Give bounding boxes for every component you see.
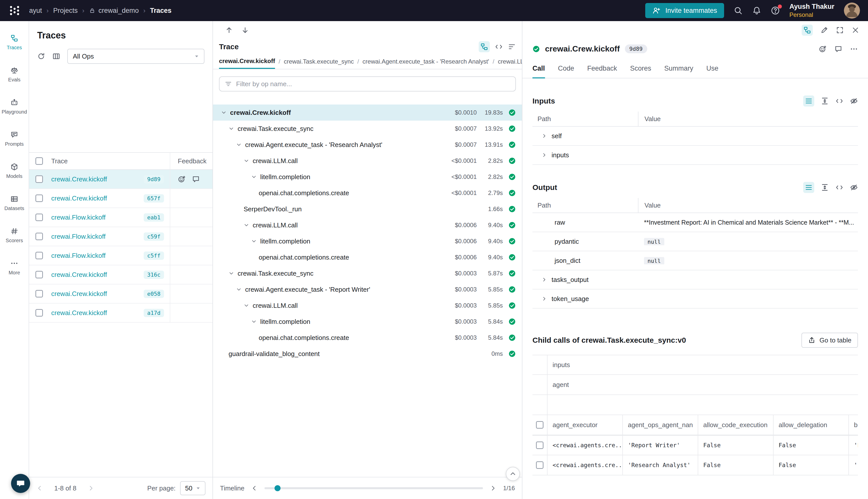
call-id-chip[interactable]: 9d89 <box>625 45 647 53</box>
row-checkbox[interactable] <box>35 194 43 202</box>
sidebar-item-evals[interactable]: Evals <box>0 58 29 90</box>
object-key-row[interactable]: token_usage <box>532 290 858 308</box>
object-key-row[interactable]: tasks_output <box>532 270 858 290</box>
add-emoji-icon[interactable] <box>178 175 186 183</box>
sidebar-item-scorers[interactable]: Scorers <box>0 219 29 251</box>
trace-op-link[interactable]: crewai.Crew.kickoff <box>51 175 141 183</box>
trace-id-chip[interactable]: c5ff <box>144 252 164 260</box>
sidebar-item-traces[interactable]: Traces <box>0 26 29 58</box>
sidebar-item-playground[interactable]: Playground <box>0 90 29 123</box>
trace-path-item[interactable]: crewai.Crew.kickoff <box>219 54 275 69</box>
tab-use[interactable]: Use <box>706 61 718 78</box>
row-checkbox[interactable] <box>35 252 43 259</box>
trace-op-link[interactable]: crewai.Crew.kickoff <box>51 271 141 279</box>
chat-support-button[interactable] <box>11 474 30 493</box>
expand-icon[interactable] <box>542 133 547 139</box>
breadcrumb-item[interactable]: crewai_demo <box>89 7 139 15</box>
object-key-row[interactable]: self <box>532 126 858 146</box>
split-view-button[interactable] <box>802 25 813 36</box>
column-settings-button[interactable] <box>52 52 60 60</box>
expander-icon[interactable] <box>228 271 235 276</box>
call-tree-row[interactable]: litellm.completion$0.00035.84s <box>213 314 522 330</box>
trace-row[interactable]: crewai.Crew.kickoff9d89 <box>29 170 212 189</box>
trace-row[interactable]: crewai.Flow.kickoffeab1 <box>29 208 212 227</box>
list-view-button[interactable] <box>803 96 814 107</box>
notifications-bell-icon[interactable] <box>752 6 761 15</box>
trace-id-chip[interactable]: eab1 <box>144 213 164 222</box>
go-to-table-button[interactable]: Go to table <box>802 333 858 348</box>
trace-id-chip[interactable]: 9d89 <box>144 175 164 183</box>
row-checkbox[interactable] <box>536 461 544 469</box>
timeline-next-button[interactable] <box>489 485 497 492</box>
call-tree-row[interactable]: crewai.Agent.execute_task - 'Research An… <box>213 137 522 153</box>
expander-icon[interactable] <box>236 287 243 292</box>
overflow-menu-button[interactable] <box>850 45 858 53</box>
expander-icon[interactable] <box>244 222 250 228</box>
tree-view-button[interactable] <box>479 41 490 52</box>
row-checkbox[interactable] <box>536 441 544 449</box>
tab-feedback[interactable]: Feedback <box>587 61 617 78</box>
expander-icon[interactable] <box>228 126 235 131</box>
breadcrumb-item[interactable]: ayut <box>29 7 42 15</box>
trace-id-chip[interactable]: c59f <box>144 232 164 241</box>
call-tree-row[interactable]: SerperDevTool._run1.66s <box>213 201 522 217</box>
expand-icon[interactable] <box>542 277 547 282</box>
expander-icon[interactable] <box>244 303 250 308</box>
refresh-button[interactable] <box>37 52 45 60</box>
sidebar-item-more[interactable]: More <box>0 251 29 283</box>
call-tree-row[interactable]: crewai.Task.execute_sync$0.00035.87s <box>213 265 522 281</box>
expand-rows-button[interactable] <box>821 97 829 105</box>
tab-summary[interactable]: Summary <box>664 61 693 78</box>
hide-values-button[interactable] <box>850 183 858 192</box>
expander-icon[interactable] <box>251 174 258 180</box>
prev-page-button[interactable] <box>36 485 43 492</box>
trace-id-chip[interactable]: 657f <box>144 194 164 203</box>
row-checkbox[interactable] <box>35 271 43 278</box>
expander-icon[interactable] <box>251 319 258 324</box>
edit-button[interactable] <box>820 26 828 34</box>
fullscreen-button[interactable] <box>836 26 844 34</box>
expand-icon[interactable] <box>542 296 547 302</box>
per-page-select[interactable]: 50 <box>180 481 206 495</box>
row-checkbox[interactable] <box>35 214 43 221</box>
trace-id-chip[interactable]: 316c <box>144 271 164 279</box>
expand-icon[interactable] <box>542 152 547 158</box>
row-checkbox[interactable] <box>35 309 43 317</box>
op-filter-input[interactable] <box>236 80 510 88</box>
expand-rows-button[interactable] <box>821 183 829 192</box>
tab-code[interactable]: Code <box>558 61 574 78</box>
next-page-button[interactable] <box>87 485 95 492</box>
trace-row[interactable]: crewai.Crew.kickoff657f <box>29 189 212 208</box>
object-key-row[interactable]: pydanticnull <box>532 232 858 251</box>
select-all-checkbox[interactable] <box>536 421 544 429</box>
call-tree-row[interactable]: crewai.LLM.call$0.00035.85s <box>213 297 522 314</box>
call-tree-row[interactable]: openai.chat.completions.create$0.00035.8… <box>213 330 522 346</box>
trace-op-link[interactable]: crewai.Crew.kickoff <box>51 309 141 317</box>
call-tree-row[interactable]: crewai.LLM.call$0.00069.40s <box>213 217 522 233</box>
trace-path-item[interactable]: crewai.Task.execute_sync <box>284 54 354 69</box>
call-tree-row[interactable]: litellm.completion$0.00069.40s <box>213 233 522 249</box>
add-comment-button[interactable] <box>834 45 842 53</box>
trace-op-link[interactable]: crewai.Flow.kickoff <box>51 233 141 241</box>
invite-teammates-button[interactable]: Invite teammates <box>645 3 724 18</box>
tab-call[interactable]: Call <box>532 61 545 78</box>
object-key-row[interactable]: inputs <box>532 146 858 165</box>
row-checkbox[interactable] <box>35 233 43 240</box>
trace-op-link[interactable]: crewai.Crew.kickoff <box>51 290 141 298</box>
call-tree-row[interactable]: litellm.completion<$0.00012.82s <box>213 169 522 185</box>
add-emoji-button[interactable] <box>819 45 827 53</box>
trace-path-item[interactable]: crewai.LLM.cal <box>498 54 522 69</box>
trace-path-item[interactable]: crewai.Agent.execute_task - 'Research An… <box>362 54 489 69</box>
sidebar-item-datasets[interactable]: Datasets <box>0 187 29 219</box>
object-key-row[interactable]: raw**Investment Report: AI in Chemical a… <box>532 213 858 232</box>
op-filter-box[interactable] <box>219 76 516 92</box>
sidebar-item-prompts[interactable]: Prompts <box>0 123 29 155</box>
json-view-button[interactable] <box>835 183 843 192</box>
call-tree-row[interactable]: crewai.LLM.call<$0.00012.82s <box>213 153 522 169</box>
expander-icon[interactable] <box>221 110 227 115</box>
expander-icon[interactable] <box>251 239 258 244</box>
row-checkbox[interactable] <box>35 290 43 297</box>
code-view-button[interactable] <box>495 43 503 51</box>
call-tree-row[interactable]: crewai.Crew.kickoff$0.001019.83s <box>213 105 522 121</box>
search-icon[interactable] <box>734 6 743 15</box>
